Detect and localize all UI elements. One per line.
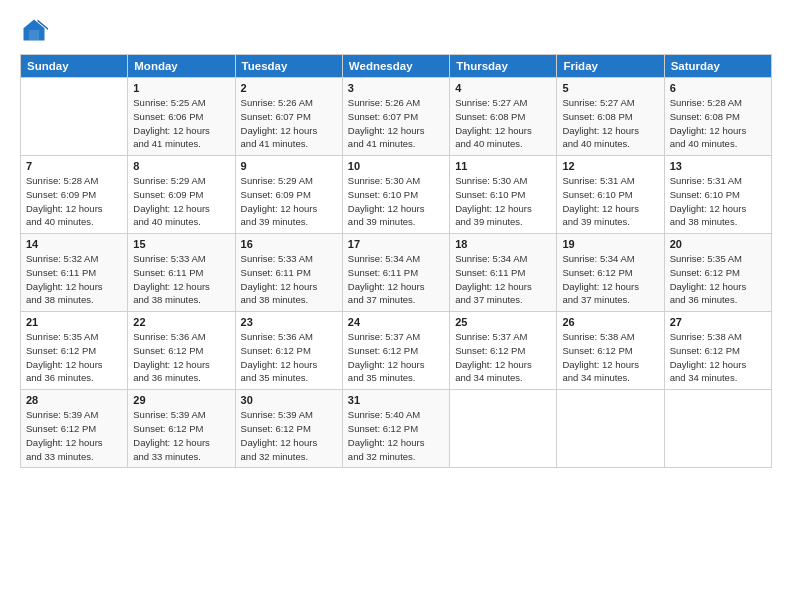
day-cell: 16Sunrise: 5:33 AM Sunset: 6:11 PM Dayli… (235, 234, 342, 312)
day-info: Sunrise: 5:39 AM Sunset: 6:12 PM Dayligh… (133, 408, 229, 463)
day-cell: 18Sunrise: 5:34 AM Sunset: 6:11 PM Dayli… (450, 234, 557, 312)
day-cell: 12Sunrise: 5:31 AM Sunset: 6:10 PM Dayli… (557, 156, 664, 234)
day-number: 9 (241, 160, 337, 172)
day-cell (557, 390, 664, 468)
day-cell: 22Sunrise: 5:36 AM Sunset: 6:12 PM Dayli… (128, 312, 235, 390)
day-number: 18 (455, 238, 551, 250)
day-cell (21, 78, 128, 156)
day-number: 20 (670, 238, 766, 250)
day-cell: 3Sunrise: 5:26 AM Sunset: 6:07 PM Daylig… (342, 78, 449, 156)
weekday-header-sunday: Sunday (21, 55, 128, 78)
day-number: 5 (562, 82, 658, 94)
day-number: 19 (562, 238, 658, 250)
day-info: Sunrise: 5:29 AM Sunset: 6:09 PM Dayligh… (241, 174, 337, 229)
day-cell: 17Sunrise: 5:34 AM Sunset: 6:11 PM Dayli… (342, 234, 449, 312)
day-cell: 8Sunrise: 5:29 AM Sunset: 6:09 PM Daylig… (128, 156, 235, 234)
day-number: 24 (348, 316, 444, 328)
day-number: 16 (241, 238, 337, 250)
day-info: Sunrise: 5:28 AM Sunset: 6:08 PM Dayligh… (670, 96, 766, 151)
day-number: 14 (26, 238, 122, 250)
svg-rect-2 (29, 30, 40, 41)
day-cell (664, 390, 771, 468)
day-info: Sunrise: 5:27 AM Sunset: 6:08 PM Dayligh… (455, 96, 551, 151)
day-cell: 29Sunrise: 5:39 AM Sunset: 6:12 PM Dayli… (128, 390, 235, 468)
day-cell: 1Sunrise: 5:25 AM Sunset: 6:06 PM Daylig… (128, 78, 235, 156)
day-cell: 9Sunrise: 5:29 AM Sunset: 6:09 PM Daylig… (235, 156, 342, 234)
day-number: 30 (241, 394, 337, 406)
day-info: Sunrise: 5:27 AM Sunset: 6:08 PM Dayligh… (562, 96, 658, 151)
week-row-5: 28Sunrise: 5:39 AM Sunset: 6:12 PM Dayli… (21, 390, 772, 468)
weekday-header-tuesday: Tuesday (235, 55, 342, 78)
day-cell: 13Sunrise: 5:31 AM Sunset: 6:10 PM Dayli… (664, 156, 771, 234)
logo-icon (20, 16, 48, 44)
day-number: 26 (562, 316, 658, 328)
weekday-header-wednesday: Wednesday (342, 55, 449, 78)
day-info: Sunrise: 5:26 AM Sunset: 6:07 PM Dayligh… (348, 96, 444, 151)
day-number: 3 (348, 82, 444, 94)
day-info: Sunrise: 5:31 AM Sunset: 6:10 PM Dayligh… (562, 174, 658, 229)
day-info: Sunrise: 5:37 AM Sunset: 6:12 PM Dayligh… (455, 330, 551, 385)
day-cell: 30Sunrise: 5:39 AM Sunset: 6:12 PM Dayli… (235, 390, 342, 468)
day-info: Sunrise: 5:39 AM Sunset: 6:12 PM Dayligh… (26, 408, 122, 463)
day-cell: 26Sunrise: 5:38 AM Sunset: 6:12 PM Dayli… (557, 312, 664, 390)
day-info: Sunrise: 5:33 AM Sunset: 6:11 PM Dayligh… (241, 252, 337, 307)
day-cell: 27Sunrise: 5:38 AM Sunset: 6:12 PM Dayli… (664, 312, 771, 390)
week-row-2: 7Sunrise: 5:28 AM Sunset: 6:09 PM Daylig… (21, 156, 772, 234)
day-cell: 5Sunrise: 5:27 AM Sunset: 6:08 PM Daylig… (557, 78, 664, 156)
day-cell (450, 390, 557, 468)
week-row-1: 1Sunrise: 5:25 AM Sunset: 6:06 PM Daylig… (21, 78, 772, 156)
day-number: 15 (133, 238, 229, 250)
weekday-header-row: SundayMondayTuesdayWednesdayThursdayFrid… (21, 55, 772, 78)
day-info: Sunrise: 5:34 AM Sunset: 6:11 PM Dayligh… (455, 252, 551, 307)
day-cell: 21Sunrise: 5:35 AM Sunset: 6:12 PM Dayli… (21, 312, 128, 390)
day-number: 25 (455, 316, 551, 328)
weekday-header-friday: Friday (557, 55, 664, 78)
day-number: 4 (455, 82, 551, 94)
day-number: 7 (26, 160, 122, 172)
day-cell: 31Sunrise: 5:40 AM Sunset: 6:12 PM Dayli… (342, 390, 449, 468)
week-row-4: 21Sunrise: 5:35 AM Sunset: 6:12 PM Dayli… (21, 312, 772, 390)
day-info: Sunrise: 5:34 AM Sunset: 6:11 PM Dayligh… (348, 252, 444, 307)
day-number: 31 (348, 394, 444, 406)
day-info: Sunrise: 5:33 AM Sunset: 6:11 PM Dayligh… (133, 252, 229, 307)
day-number: 12 (562, 160, 658, 172)
week-row-3: 14Sunrise: 5:32 AM Sunset: 6:11 PM Dayli… (21, 234, 772, 312)
day-info: Sunrise: 5:31 AM Sunset: 6:10 PM Dayligh… (670, 174, 766, 229)
header (20, 16, 772, 44)
day-cell: 10Sunrise: 5:30 AM Sunset: 6:10 PM Dayli… (342, 156, 449, 234)
day-cell: 19Sunrise: 5:34 AM Sunset: 6:12 PM Dayli… (557, 234, 664, 312)
day-number: 1 (133, 82, 229, 94)
day-number: 21 (26, 316, 122, 328)
day-cell: 6Sunrise: 5:28 AM Sunset: 6:08 PM Daylig… (664, 78, 771, 156)
day-info: Sunrise: 5:25 AM Sunset: 6:06 PM Dayligh… (133, 96, 229, 151)
day-info: Sunrise: 5:38 AM Sunset: 6:12 PM Dayligh… (670, 330, 766, 385)
day-number: 27 (670, 316, 766, 328)
day-info: Sunrise: 5:32 AM Sunset: 6:11 PM Dayligh… (26, 252, 122, 307)
day-cell: 23Sunrise: 5:36 AM Sunset: 6:12 PM Dayli… (235, 312, 342, 390)
day-number: 11 (455, 160, 551, 172)
day-info: Sunrise: 5:34 AM Sunset: 6:12 PM Dayligh… (562, 252, 658, 307)
day-info: Sunrise: 5:40 AM Sunset: 6:12 PM Dayligh… (348, 408, 444, 463)
weekday-header-thursday: Thursday (450, 55, 557, 78)
day-number: 29 (133, 394, 229, 406)
calendar-table: SundayMondayTuesdayWednesdayThursdayFrid… (20, 54, 772, 468)
day-cell: 24Sunrise: 5:37 AM Sunset: 6:12 PM Dayli… (342, 312, 449, 390)
day-number: 17 (348, 238, 444, 250)
weekday-header-monday: Monday (128, 55, 235, 78)
day-info: Sunrise: 5:35 AM Sunset: 6:12 PM Dayligh… (670, 252, 766, 307)
day-cell: 20Sunrise: 5:35 AM Sunset: 6:12 PM Dayli… (664, 234, 771, 312)
day-number: 2 (241, 82, 337, 94)
day-number: 6 (670, 82, 766, 94)
page: SundayMondayTuesdayWednesdayThursdayFrid… (0, 0, 792, 612)
day-info: Sunrise: 5:39 AM Sunset: 6:12 PM Dayligh… (241, 408, 337, 463)
day-number: 23 (241, 316, 337, 328)
day-number: 8 (133, 160, 229, 172)
day-info: Sunrise: 5:35 AM Sunset: 6:12 PM Dayligh… (26, 330, 122, 385)
day-number: 22 (133, 316, 229, 328)
weekday-header-saturday: Saturday (664, 55, 771, 78)
day-cell: 4Sunrise: 5:27 AM Sunset: 6:08 PM Daylig… (450, 78, 557, 156)
day-cell: 2Sunrise: 5:26 AM Sunset: 6:07 PM Daylig… (235, 78, 342, 156)
day-cell: 25Sunrise: 5:37 AM Sunset: 6:12 PM Dayli… (450, 312, 557, 390)
day-cell: 15Sunrise: 5:33 AM Sunset: 6:11 PM Dayli… (128, 234, 235, 312)
day-info: Sunrise: 5:37 AM Sunset: 6:12 PM Dayligh… (348, 330, 444, 385)
